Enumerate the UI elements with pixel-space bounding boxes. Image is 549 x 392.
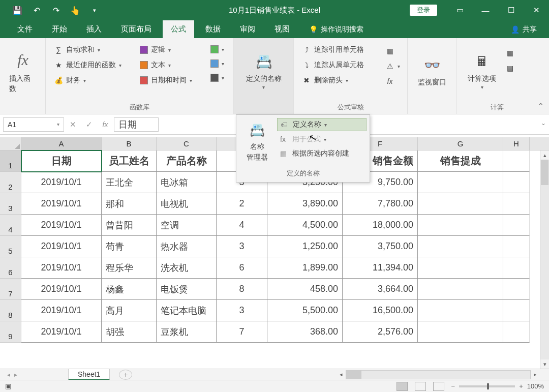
use-in-formula-item[interactable]: fx用于公式 [277,133,367,145]
formula-input[interactable]: 日期 [114,117,159,132]
lookup-button[interactable] [207,43,227,55]
cell-b8[interactable]: 高月 [102,300,157,321]
cell-g1[interactable]: 销售提成 [418,150,503,172]
hscroll-thumb[interactable] [346,371,361,379]
cell-g4[interactable] [418,215,503,236]
cell-f3[interactable]: 7,780.00 [343,193,418,215]
calc-now-button[interactable]: ▦ [502,46,517,59]
cell-d6[interactable]: 6 [217,257,267,279]
touch-mode-icon[interactable]: 👆 [67,2,83,18]
tab-view[interactable]: 视图 [266,20,298,38]
cell-a2[interactable]: 2019/10/1 [21,172,102,193]
create-from-selection-item[interactable]: ▦根据所选内容创建 [277,147,367,160]
cell-e7[interactable]: 458.00 [267,279,343,300]
cell-f9[interactable]: 2,576.00 [343,321,418,343]
cell-b9[interactable]: 胡强 [102,321,157,343]
scroll-left-icon[interactable]: ◂ [337,371,346,378]
tab-data[interactable]: 数据 [197,20,229,38]
cell-c3[interactable]: 电视机 [157,193,217,215]
col-header-a[interactable]: A [21,137,102,150]
zoom-in-icon[interactable]: + [519,382,523,390]
cell-f5[interactable]: 3,750.00 [343,236,418,257]
cell-g3[interactable] [418,193,503,215]
collapse-ribbon-icon[interactable]: ⌃ [538,102,544,110]
vertical-scrollbar[interactable]: ▴ ▾ [540,150,549,369]
tab-insert[interactable]: 插入 [78,20,110,38]
recent-functions-button[interactable]: ★最近使用的函数 [51,58,125,72]
cell-a6[interactable]: 2019/10/1 [21,257,102,279]
cell-d8[interactable]: 3 [217,300,267,321]
defined-names-button[interactable]: 📇定义的名称▾ [239,41,288,102]
cell-f4[interactable]: 18,000.00 [343,215,418,236]
define-name-item[interactable]: 🏷定义名称 [277,118,367,131]
row-header-8[interactable]: 8 [0,300,21,321]
cell-g9[interactable] [418,321,503,343]
cell-h9[interactable] [503,321,530,343]
sheet-nav-last-icon[interactable]: ▸ [14,371,17,378]
cell-g2[interactable] [418,172,503,193]
select-all-corner[interactable] [0,137,21,150]
tab-file[interactable]: 文件 [9,20,41,38]
cell-h5[interactable] [503,236,530,257]
cell-a1[interactable]: 日期 [21,150,102,172]
tab-review[interactable]: 审阅 [232,20,263,38]
col-header-c[interactable]: C [157,137,217,150]
cell-e9[interactable]: 368.00 [267,321,343,343]
cell-a3[interactable]: 2019/10/1 [21,193,102,215]
page-layout-view-button[interactable] [415,382,426,391]
calc-options-button[interactable]: 🖩计算选项▾ [462,41,502,102]
cell-a4[interactable]: 2019/10/1 [21,215,102,236]
cell-a8[interactable]: 2019/10/1 [21,300,102,321]
cell-b1[interactable]: 员工姓名 [102,150,157,172]
cell-h6[interactable] [503,257,530,279]
scroll-up-icon[interactable]: ▴ [540,150,549,160]
row-header-4[interactable]: 4 [0,215,21,236]
cell-b6[interactable]: 程乐华 [102,257,157,279]
cell-b5[interactable]: 苟青 [102,236,157,257]
watch-window-button[interactable]: 👓监视窗口 [413,41,451,102]
cell-d3[interactable]: 2 [217,193,267,215]
enter-formula-icon[interactable]: ✓ [81,120,97,129]
close-icon[interactable]: ✕ [524,0,549,20]
cell-c1[interactable]: 产品名称 [157,150,217,172]
more-functions-button[interactable] [207,72,227,84]
cell-e3[interactable]: 3,890.00 [267,193,343,215]
tell-me-search[interactable]: 💡操作说明搜索 [304,21,369,38]
name-box[interactable]: A1▾ [3,117,64,132]
tab-layout[interactable]: 页面布局 [113,20,160,38]
cell-g5[interactable] [418,236,503,257]
cell-f7[interactable]: 3,664.00 [343,279,418,300]
fx-button-icon[interactable]: fx [98,120,113,129]
cell-c5[interactable]: 热水器 [157,236,217,257]
cell-h7[interactable] [503,279,530,300]
datetime-button[interactable]: 日期和时间 [137,74,195,87]
vscroll-thumb[interactable] [541,160,548,185]
qat-dropdown-icon[interactable]: ▾ [86,2,103,18]
text-button[interactable]: 文本 [137,58,195,72]
sheet-tab[interactable]: Sheet1 [68,369,110,380]
login-button[interactable]: 登录 [410,5,437,16]
tab-formulas[interactable]: 公式 [163,20,194,38]
cell-h4[interactable] [503,215,530,236]
page-break-view-button[interactable] [433,382,444,391]
financial-button[interactable]: 💰财务 [51,74,125,87]
cell-d7[interactable]: 8 [217,279,267,300]
cell-d9[interactable]: 7 [217,321,267,343]
minimize-icon[interactable]: — [473,0,498,20]
col-header-b[interactable]: B [102,137,157,150]
new-sheet-button[interactable]: + [119,370,132,380]
show-formulas-button[interactable]: ▦ [382,44,403,57]
row-header-6[interactable]: 6 [0,257,21,279]
expand-formula-bar-icon[interactable]: ⌄ [541,119,546,127]
calc-sheet-button[interactable]: ▤ [502,62,517,75]
cell-c9[interactable]: 豆浆机 [157,321,217,343]
name-manager-button[interactable]: 📇 名称管理器 [239,118,275,166]
cell-f6[interactable]: 11,394.00 [343,257,418,279]
sheet-nav-first-icon[interactable]: ◂ [7,371,10,378]
cell-g7[interactable] [418,279,503,300]
cell-c2[interactable]: 电冰箱 [157,172,217,193]
cell-a5[interactable]: 2019/10/1 [21,236,102,257]
cell-e6[interactable]: 1,899.00 [267,257,343,279]
col-header-g[interactable]: G [418,137,503,150]
evaluate-formula-button[interactable]: fx [382,75,403,88]
